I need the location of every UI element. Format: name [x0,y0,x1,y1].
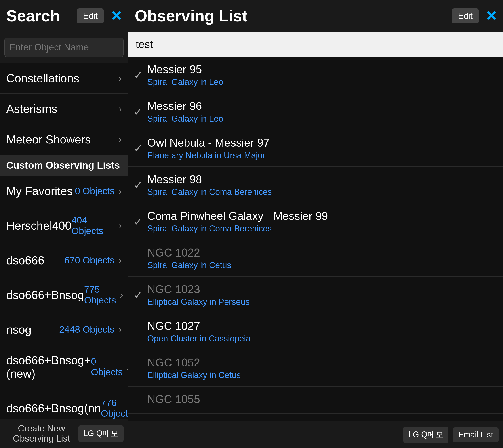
obs-item-text: NGC 1052 Elliptical Galaxy in Cetus [147,356,497,380]
obs-item-name: Messier 96 [147,100,497,112]
nav-item-count: 775 Objects [84,284,116,306]
list-item-my-favorites[interactable]: My Favorites 0 Objects › [0,176,128,207]
right-bottom-bar: LG Q메모 Email List [129,421,503,448]
list-item-nsog[interactable]: nsog 2448 Objects › [0,314,128,345]
obs-item-name: Coma Pinwheel Galaxy - Messier 99 [147,209,497,223]
right-header: Observing List Edit ✕ [129,0,503,32]
nav-item-label: dso666 [6,254,64,267]
right-close-button[interactable]: ✕ [486,8,497,24]
nav-item-label: dso666+Bnsog [6,288,84,302]
nav-item-asterisms[interactable]: Asterisms › [0,94,128,124]
checkmark-icon: ✓ [132,69,144,81]
nav-item-constellations[interactable]: Constellations › [0,63,128,94]
left-title: Search [6,7,77,25]
list-item-herschel400[interactable]: Herschel400 404 Objects › [0,207,128,245]
obs-item-text: Messier 95 Spiral Galaxy in Leo [147,63,497,87]
checkmark-icon: ✓ [132,215,144,228]
nav-item-label: My Favorites [6,184,75,198]
nav-item-label: Meteor Showers [6,133,118,146]
obs-item-name: NGC 1027 [147,320,497,333]
left-header: Search Edit ✕ [0,0,128,32]
obs-item-ngc1055[interactable]: NGC 1055 [129,386,503,414]
obs-item-sub: Spiral Galaxy in Leo [147,77,497,87]
right-panel: Observing List Edit ✕ ✓ Messier 95 Spira… [129,0,503,448]
obs-item-sub: Spiral Galaxy in Coma Berenices [147,224,497,234]
obs-item-m99[interactable]: ✓ Coma Pinwheel Galaxy - Messier 99 Spir… [129,203,503,240]
obs-item-m95[interactable]: ✓ Messier 95 Spiral Galaxy in Leo [129,57,503,93]
observing-lists-container: My Favorites 0 Objects › Herschel400 404… [0,176,128,419]
obs-item-ngc1027[interactable]: NGC 1027 Open Cluster in Cassiopeia [129,313,503,350]
create-observing-list-button[interactable]: Create New Observing List [4,423,79,444]
nav-item-count: 670 Objects [64,255,114,266]
checkmark-icon: ✓ [132,142,144,155]
obs-item-text: NGC 1022 Spiral Galaxy in Cetus [147,246,497,270]
obs-item-name: NGC 1052 [147,356,497,369]
obs-item-sub: Spiral Galaxy in Cetus [147,260,497,270]
nav-item-count: 2448 Objects [59,324,115,335]
chevron-icon: › [118,185,122,197]
obs-item-name: Messier 95 [147,63,497,76]
observing-search-box [129,32,503,57]
chevron-icon: › [118,103,122,114]
obs-item-text: NGC 1027 Open Cluster in Cassiopeia [147,320,497,343]
obs-item-sub: Spiral Galaxy in Coma Berenices [147,187,497,197]
left-close-button[interactable]: ✕ [111,8,122,24]
obs-item-name: NGC 1022 [147,246,497,259]
chevron-icon: › [118,324,122,335]
obs-item-sub: Planetary Nebula in Ursa Major [147,151,497,160]
obs-item-text: Messier 96 Spiral Galaxy in Leo [147,100,497,124]
list-item-dso666[interactable]: dso666 670 Objects › [0,245,128,276]
nav-item-count: 404 Objects [71,215,114,236]
obs-item-name: NGC 1023 [147,283,497,296]
checkmark-icon: ✓ [132,289,144,301]
observing-search-input[interactable] [133,36,498,52]
obs-item-text: Messier 98 Spiral Galaxy in Coma Berenic… [147,173,497,197]
nav-item-label: Asterisms [6,102,118,115]
list-item-dso666bnsognew[interactable]: dso666+Bnsog+(new) 0 Objects › [0,345,128,389]
chevron-icon: › [127,361,128,372]
obs-item-ngc1023[interactable]: ✓ NGC 1023 Elliptical Galaxy in Perseus [129,277,503,313]
right-edit-button[interactable]: Edit [452,8,479,23]
left-bottom-bar: Create New Observing List LG Q메모 [0,419,128,448]
chevron-icon: › [118,134,122,145]
search-box-container: ⊙ [0,32,128,63]
obs-item-m96[interactable]: ✓ Messier 96 Spiral Galaxy in Leo [129,93,503,130]
search-input[interactable] [9,42,127,53]
nav-item-label: nsog [6,323,59,336]
nav-item-meteor-showers[interactable]: Meteor Showers › [0,124,128,155]
obs-item-m98[interactable]: ✓ Messier 98 Spiral Galaxy in Coma Beren… [129,167,503,203]
left-list-section: Constellations › Asterisms › Meteor Show… [0,63,128,419]
obs-item-name: Owl Nebula - Messier 97 [147,136,497,149]
chevron-icon: › [118,73,122,84]
left-panel: Search Edit ✕ ⊙ Constellations › Asteris… [0,0,129,448]
nav-item-label: dso666+Bnsog+(new) [6,353,91,380]
obs-item-sub: Elliptical Galaxy in Perseus [147,297,497,307]
obs-item-m97[interactable]: ✓ Owl Nebula - Messier 97 Planetary Nebu… [129,130,503,167]
obs-item-name: NGC 1055 [147,393,497,406]
nav-item-count: 776 Objects [101,398,128,419]
checkmark-icon: ✓ [132,179,144,191]
observing-list: ✓ Messier 95 Spiral Galaxy in Leo ✓ Mess… [129,57,503,421]
obs-item-text: Owl Nebula - Messier 97 Planetary Nebula… [147,136,497,160]
nav-item-count: 0 Objects [75,186,114,196]
obs-item-ngc1052[interactable]: NGC 1052 Elliptical Galaxy in Cetus [129,350,503,386]
left-edit-button[interactable]: Edit [77,8,104,23]
section-header-label: Custom Observing Lists [6,160,120,171]
obs-item-text: NGC 1055 [147,393,497,407]
nav-item-count: 0 Objects [91,356,123,378]
checkmark-icon: ✓ [132,105,144,118]
lg-memo-button[interactable]: LG Q메모 [79,425,124,442]
obs-item-ngc1022[interactable]: NGC 1022 Spiral Galaxy in Cetus [129,240,503,277]
chevron-icon: › [120,289,123,301]
nav-item-label: Constellations [6,71,118,85]
list-item-dso666bnsognn[interactable]: dso666+Bnsog(nn 776 Objects › [0,389,128,419]
obs-item-text: NGC 1023 Elliptical Galaxy in Perseus [147,283,497,307]
list-item-dso666bnsog[interactable]: dso666+Bnsog 775 Objects › [0,276,128,314]
obs-item-text: Coma Pinwheel Galaxy - Messier 99 Spiral… [147,209,497,234]
nav-item-label: Herschel400 [6,219,71,232]
search-input-wrapper: ⊙ [4,37,124,57]
obs-item-sub: Spiral Galaxy in Leo [147,114,497,124]
email-list-button[interactable]: Email List [453,427,499,442]
obs-item-name: Messier 98 [147,173,497,186]
right-lg-memo-button[interactable]: LG Q메모 [403,427,449,443]
